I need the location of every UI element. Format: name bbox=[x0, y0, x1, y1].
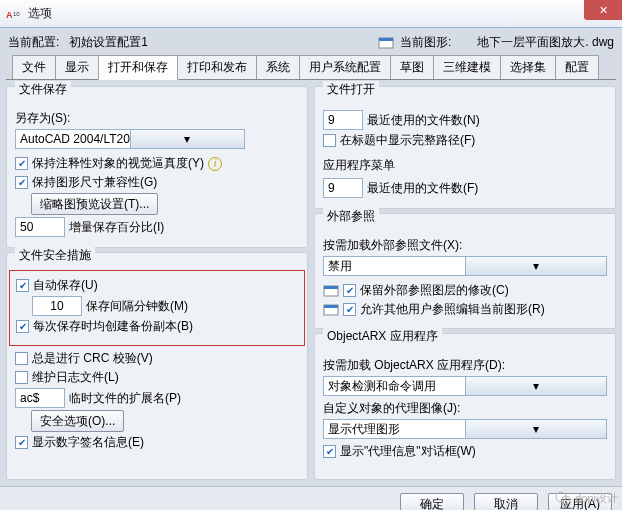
titlebar: A10 选项 ✕ bbox=[0, 0, 622, 28]
chk-keep-anno[interactable] bbox=[15, 157, 28, 170]
close-button[interactable]: ✕ bbox=[584, 0, 622, 20]
arx-load-combo[interactable]: 对象检测和命令调用 ▾ bbox=[323, 376, 607, 396]
chk-fullpath[interactable] bbox=[323, 134, 336, 147]
legend-file-save: 文件保存 bbox=[15, 81, 71, 98]
proxy-combo[interactable]: 显示代理图形 ▾ bbox=[323, 419, 607, 439]
group-safety: 文件安全措施 自动保存(U) 保存间隔分钟数(M) 每次保存时均创建备份副本(B… bbox=[6, 252, 308, 480]
xref-load-value: 禁用 bbox=[324, 258, 465, 275]
label-log: 维护日志文件(L) bbox=[32, 369, 119, 386]
watermark: dopi设计 bbox=[555, 490, 618, 506]
svg-point-8 bbox=[556, 492, 566, 502]
incr-save-label: 增量保存百分比(I) bbox=[69, 219, 164, 236]
current-profile-value: 初始设置配置1 bbox=[69, 34, 219, 51]
svg-text:10: 10 bbox=[13, 11, 20, 17]
proxy-value: 显示代理图形 bbox=[324, 421, 465, 438]
label-fullpath: 在标题中显示完整路径(F) bbox=[340, 132, 475, 149]
chk-allow-edit[interactable] bbox=[343, 303, 356, 316]
label-keep-size: 保持图形尺寸兼容性(G) bbox=[32, 174, 157, 191]
svg-rect-5 bbox=[324, 286, 338, 289]
tab-3d[interactable]: 三维建模 bbox=[433, 55, 501, 79]
mru-menu-input[interactable] bbox=[323, 178, 363, 198]
tab-system[interactable]: 系统 bbox=[256, 55, 300, 79]
label-crc: 总是进行 CRC 校验(V) bbox=[32, 350, 153, 367]
temp-ext-label: 临时文件的扩展名(P) bbox=[69, 390, 181, 407]
info-icon[interactable]: i bbox=[208, 157, 222, 171]
tabs: 文件 显示 打开和保存 打印和发布 系统 用户系统配置 草图 三维建模 选择集 … bbox=[6, 55, 616, 80]
chevron-down-icon: ▾ bbox=[465, 377, 607, 395]
mru-open-input[interactable] bbox=[323, 110, 363, 130]
tab-draft[interactable]: 草图 bbox=[390, 55, 434, 79]
tab-profile[interactable]: 配置 bbox=[555, 55, 599, 79]
label-autosave: 自动保存(U) bbox=[33, 277, 98, 294]
autosave-interval-input[interactable] bbox=[32, 296, 82, 316]
current-profile-label: 当前配置: bbox=[8, 34, 59, 51]
xref-load-label: 按需加载外部参照文件(X): bbox=[323, 237, 462, 254]
save-as-label: 另存为(S): bbox=[15, 110, 70, 127]
legend-file-open: 文件打开 bbox=[323, 81, 379, 98]
autosave-interval-label: 保存间隔分钟数(M) bbox=[86, 298, 188, 315]
arx-load-value: 对象检测和命令调用 bbox=[324, 378, 465, 395]
mru-menu-label: 最近使用的文件数(F) bbox=[367, 180, 478, 197]
tab-content: 文件保存 另存为(S): AutoCAD 2004/LT2004 图形 (*.d… bbox=[0, 80, 622, 486]
label-sig: 显示数字签名信息(E) bbox=[32, 434, 144, 451]
chevron-down-icon: ▾ bbox=[465, 257, 607, 275]
mru-open-label: 最近使用的文件数(N) bbox=[367, 112, 480, 129]
button-bar: 确定 取消 应用(A) dopi设计 bbox=[0, 486, 622, 510]
chk-show-proxy[interactable] bbox=[323, 445, 336, 458]
security-options-button[interactable]: 安全选项(O)... bbox=[31, 410, 124, 432]
legend-safety: 文件安全措施 bbox=[15, 247, 95, 264]
app-icon: A10 bbox=[6, 6, 22, 22]
tab-open-save[interactable]: 打开和保存 bbox=[98, 55, 178, 80]
wechat-icon bbox=[555, 490, 571, 506]
current-drawing-value: 地下一层平面图放大. dwg bbox=[477, 34, 614, 51]
drawing-icon bbox=[378, 35, 394, 51]
window-title: 选项 bbox=[28, 5, 52, 22]
label-allow-edit: 允许其他用户参照编辑当前图形(R) bbox=[360, 301, 545, 318]
save-as-value: AutoCAD 2004/LT2004 图形 (*.dwg) bbox=[16, 131, 130, 148]
chk-crc[interactable] bbox=[15, 352, 28, 365]
cancel-button[interactable]: 取消 bbox=[474, 493, 538, 510]
group-xref: 外部参照 按需加载外部参照文件(X): 禁用 ▾ 保留外部参照图层的修改(C) … bbox=[314, 213, 616, 329]
chk-keep-size[interactable] bbox=[15, 176, 28, 189]
legend-app-menu: 应用程序菜单 bbox=[323, 157, 607, 174]
svg-rect-3 bbox=[379, 38, 393, 41]
chk-autosave[interactable] bbox=[16, 279, 29, 292]
chk-backup[interactable] bbox=[16, 320, 29, 333]
label-show-proxy: 显示"代理信息"对话框(W) bbox=[340, 443, 476, 460]
proxy-label: 自定义对象的代理图像(J): bbox=[323, 400, 460, 417]
ok-button[interactable]: 确定 bbox=[400, 493, 464, 510]
thumb-settings-button[interactable]: 缩略图预览设置(T)... bbox=[31, 193, 158, 215]
group-file-save: 文件保存 另存为(S): AutoCAD 2004/LT2004 图形 (*.d… bbox=[6, 86, 308, 248]
chevron-down-icon: ▾ bbox=[130, 130, 245, 148]
chk-keep-layer[interactable] bbox=[343, 284, 356, 297]
chk-sig[interactable] bbox=[15, 436, 28, 449]
left-column: 文件保存 另存为(S): AutoCAD 2004/LT2004 图形 (*.d… bbox=[6, 86, 308, 480]
drawing-icon bbox=[323, 302, 339, 318]
drawing-icon bbox=[323, 283, 339, 299]
label-backup: 每次保存时均创建备份副本(B) bbox=[33, 318, 193, 335]
tab-display[interactable]: 显示 bbox=[55, 55, 99, 79]
temp-ext-input[interactable] bbox=[15, 388, 65, 408]
svg-rect-7 bbox=[324, 305, 338, 308]
current-drawing-label: 当前图形: bbox=[400, 34, 451, 51]
group-file-open: 文件打开 最近使用的文件数(N) 在标题中显示完整路径(F) 应用程序菜单 最近… bbox=[314, 86, 616, 209]
right-column: 文件打开 最近使用的文件数(N) 在标题中显示完整路径(F) 应用程序菜单 最近… bbox=[314, 86, 616, 480]
tab-plot[interactable]: 打印和发布 bbox=[177, 55, 257, 79]
tab-user[interactable]: 用户系统配置 bbox=[299, 55, 391, 79]
highlight-box: 自动保存(U) 保存间隔分钟数(M) 每次保存时均创建备份副本(B) bbox=[9, 270, 305, 346]
svg-text:A: A bbox=[6, 10, 13, 20]
label-keep-anno: 保持注释性对象的视觉逼真度(Y) bbox=[32, 155, 204, 172]
profile-row: 当前配置: 初始设置配置1 当前图形: 地下一层平面图放大. dwg bbox=[0, 28, 622, 53]
label-keep-layer: 保留外部参照图层的修改(C) bbox=[360, 282, 509, 299]
chevron-down-icon: ▾ bbox=[465, 420, 607, 438]
legend-arx: ObjectARX 应用程序 bbox=[323, 328, 442, 345]
incr-save-input[interactable] bbox=[15, 217, 65, 237]
group-arx: ObjectARX 应用程序 按需加载 ObjectARX 应用程序(D): 对… bbox=[314, 333, 616, 480]
legend-xref: 外部参照 bbox=[323, 208, 379, 225]
chk-log[interactable] bbox=[15, 371, 28, 384]
save-as-combo[interactable]: AutoCAD 2004/LT2004 图形 (*.dwg) ▾ bbox=[15, 129, 245, 149]
tab-select[interactable]: 选择集 bbox=[500, 55, 556, 79]
arx-load-label: 按需加载 ObjectARX 应用程序(D): bbox=[323, 357, 505, 374]
tab-file[interactable]: 文件 bbox=[12, 55, 56, 79]
xref-load-combo[interactable]: 禁用 ▾ bbox=[323, 256, 607, 276]
